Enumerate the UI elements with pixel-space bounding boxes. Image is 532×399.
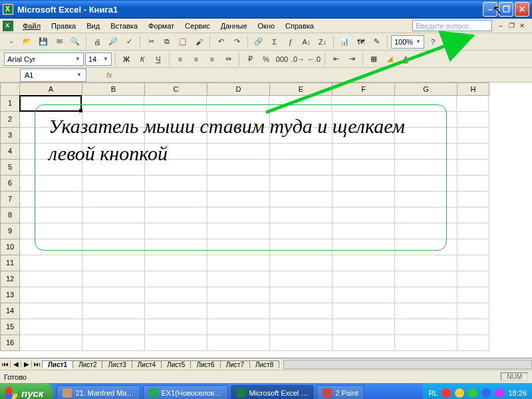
- cut-button[interactable]: ✂: [144, 35, 158, 49]
- cell[interactable]: [145, 287, 207, 303]
- clock[interactable]: 18:26: [508, 389, 527, 397]
- cell[interactable]: [332, 335, 395, 351]
- function-button[interactable]: ƒ: [283, 35, 298, 49]
- select-all-corner[interactable]: [0, 82, 20, 96]
- cell[interactable]: [270, 112, 332, 128]
- cell[interactable]: [145, 176, 207, 192]
- cell[interactable]: [207, 144, 270, 160]
- cell[interactable]: [145, 303, 207, 319]
- cell[interactable]: [270, 319, 332, 335]
- taskbar-item[interactable]: 2 Paint: [317, 385, 364, 399]
- cell[interactable]: [395, 287, 458, 303]
- cell[interactable]: [82, 176, 145, 192]
- cell[interactable]: [270, 128, 332, 144]
- map-button[interactable]: 🗺: [353, 35, 368, 49]
- drawing-button[interactable]: ✎: [369, 35, 384, 49]
- cell[interactable]: [394, 96, 457, 112]
- merge-button[interactable]: ⇔: [221, 52, 235, 66]
- cell[interactable]: [458, 271, 489, 287]
- cell[interactable]: [458, 319, 489, 335]
- menu-format[interactable]: Формат: [143, 22, 180, 30]
- cell[interactable]: [458, 112, 489, 128]
- fill-color-button[interactable]: ◢: [382, 52, 397, 66]
- row-header[interactable]: 11: [0, 255, 20, 271]
- cell[interactable]: [395, 303, 458, 319]
- row-header[interactable]: 6: [0, 176, 20, 192]
- cell[interactable]: [82, 96, 144, 112]
- cell[interactable]: [395, 160, 458, 176]
- spell-button[interactable]: ✓: [122, 35, 136, 49]
- menu-insert[interactable]: Вставка: [105, 22, 143, 30]
- cell[interactable]: [20, 207, 82, 223]
- col-header[interactable]: F: [332, 82, 395, 96]
- menu-help[interactable]: Справка: [280, 22, 319, 30]
- cell[interactable]: [395, 335, 458, 351]
- cell[interactable]: [207, 239, 270, 255]
- col-header[interactable]: C: [145, 82, 207, 96]
- doc-close-button[interactable]: ✕: [517, 21, 527, 31]
- doc-minimize-button[interactable]: –: [496, 21, 505, 31]
- autosum-button[interactable]: Σ: [267, 35, 282, 49]
- font-size-select[interactable]: 14▼: [85, 53, 112, 66]
- document-icon[interactable]: [3, 21, 13, 31]
- cell[interactable]: [458, 287, 489, 303]
- cell[interactable]: [458, 223, 489, 239]
- maximize-button[interactable]: ❐: [499, 2, 513, 17]
- name-box[interactable]: A1▼: [20, 68, 86, 82]
- row-header[interactable]: 7: [0, 192, 20, 207]
- inc-indent-button[interactable]: ⇥: [344, 52, 359, 66]
- sheet-tab[interactable]: Лист4: [132, 360, 162, 368]
- borders-button[interactable]: ▦: [366, 52, 381, 66]
- cell[interactable]: [19, 95, 82, 112]
- doc-restore-button[interactable]: ❐: [507, 21, 516, 31]
- row-header[interactable]: 14: [0, 303, 20, 319]
- sheet-tab[interactable]: Лист6: [190, 360, 220, 368]
- row-header[interactable]: 15: [0, 319, 20, 335]
- cell[interactable]: [395, 112, 458, 128]
- cell[interactable]: [82, 271, 145, 287]
- cell[interactable]: [332, 192, 395, 207]
- chart-button[interactable]: 📊: [337, 35, 352, 49]
- cell[interactable]: [332, 176, 395, 192]
- dec-indent-button[interactable]: ⇤: [329, 52, 343, 66]
- cell[interactable]: [207, 160, 270, 176]
- cell[interactable]: [395, 239, 458, 255]
- tray-icon[interactable]: [468, 388, 477, 398]
- cell[interactable]: [332, 128, 395, 144]
- sheet-next-button[interactable]: ▶: [21, 360, 32, 368]
- col-header[interactable]: D: [207, 82, 270, 96]
- cell[interactable]: [332, 144, 395, 160]
- cell[interactable]: [332, 207, 395, 223]
- cell[interactable]: [82, 303, 145, 319]
- search-button[interactable]: 🔍: [68, 35, 82, 49]
- cell[interactable]: [145, 255, 207, 271]
- cell[interactable]: [20, 192, 82, 207]
- row-header[interactable]: 1: [0, 96, 20, 112]
- taskbar-item[interactable]: Microsoft Excel …: [231, 385, 315, 399]
- cell[interactable]: [270, 160, 332, 176]
- cell[interactable]: [332, 239, 395, 255]
- cell[interactable]: [270, 207, 332, 223]
- row-header[interactable]: 16: [0, 335, 20, 351]
- cell[interactable]: [20, 335, 82, 351]
- cell[interactable]: [395, 319, 458, 335]
- cell[interactable]: [458, 128, 489, 144]
- cell[interactable]: [332, 303, 395, 319]
- row-header[interactable]: 9: [0, 223, 20, 239]
- cell[interactable]: [82, 223, 145, 239]
- sort-asc-button[interactable]: A↓: [299, 35, 314, 49]
- cell[interactable]: [207, 128, 270, 144]
- cell[interactable]: [458, 303, 489, 319]
- cell[interactable]: [458, 207, 489, 223]
- cell[interactable]: [332, 319, 395, 335]
- dec-decimal-button[interactable]: ←.0: [307, 52, 321, 66]
- sheet-first-button[interactable]: ⏮: [0, 360, 11, 368]
- sheet-tab[interactable]: Лист2: [72, 360, 102, 368]
- cell[interactable]: [270, 287, 332, 303]
- cell[interactable]: [270, 239, 332, 255]
- undo-button[interactable]: ↶: [213, 35, 228, 49]
- cell[interactable]: [145, 271, 207, 287]
- cell[interactable]: [20, 319, 82, 335]
- cell[interactable]: [458, 335, 489, 351]
- cell[interactable]: [270, 223, 332, 239]
